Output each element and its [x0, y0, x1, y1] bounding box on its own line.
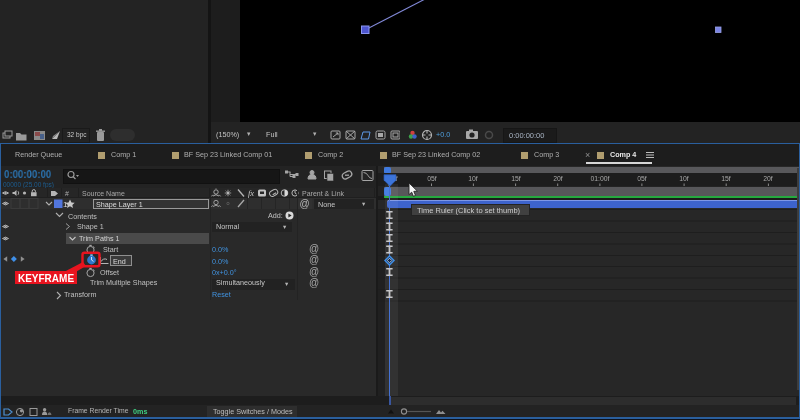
svg-text:@: @ [309, 266, 319, 277]
svg-text:fx: fx [248, 188, 254, 198]
svg-text:KEYFRAME: KEYFRAME [18, 273, 74, 284]
svg-text:@: @ [309, 243, 319, 254]
svg-text:@: @ [309, 254, 319, 265]
svg-text:@: @ [309, 277, 319, 288]
svg-text:@: @ [300, 198, 310, 209]
